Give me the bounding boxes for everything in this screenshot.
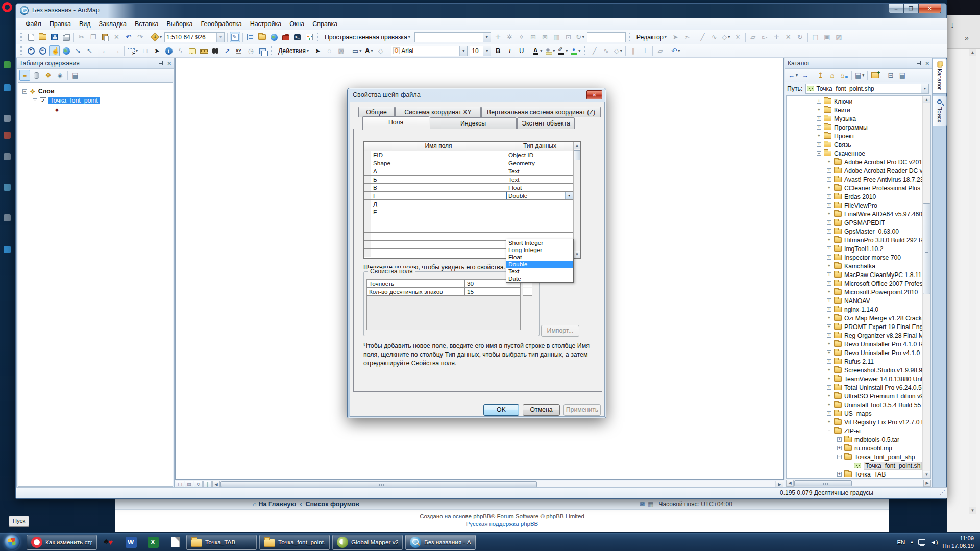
data-type-cell[interactable]: Text xyxy=(506,167,573,175)
undo-icon[interactable]: ↶ xyxy=(123,32,134,42)
new-line-icon[interactable]: ╱ xyxy=(589,45,600,56)
tree-item-label[interactable]: Ключи xyxy=(834,98,852,105)
field-name-cell[interactable]: Е xyxy=(371,208,506,216)
row-selector-cell[interactable] xyxy=(364,192,371,199)
dialog-tab-vertical-coordinate-system[interactable]: Вертикальная система координат (Z) xyxy=(481,107,601,117)
dropdown-option[interactable]: Short Integer xyxy=(506,239,573,246)
row-selector-cell[interactable] xyxy=(364,224,371,232)
taskbar-global-mapper[interactable]: Global Mapper v2... xyxy=(332,535,403,550)
taskbar-document[interactable] xyxy=(165,535,184,550)
catalog-tree-item[interactable]: +HitmanPro 3.8.0 Build 292 ReP xyxy=(787,236,922,244)
expand-icon[interactable]: + xyxy=(827,420,831,424)
trace-tool-icon[interactable]: ◇▾ xyxy=(721,32,731,42)
close-icon[interactable]: ✕ xyxy=(167,61,172,66)
apply-button[interactable]: Применить xyxy=(564,404,601,416)
catalog-vscrollbar[interactable]: ▲ ▼ xyxy=(922,96,930,478)
tree-item-label[interactable]: Скаченное xyxy=(834,150,865,157)
dropdown-caret-icon[interactable]: ▾ xyxy=(582,35,584,39)
toc-root-label[interactable]: Слои xyxy=(38,88,55,95)
tree-item-label[interactable]: GPSMAPEDIT xyxy=(844,219,885,227)
toolbar-grip[interactable] xyxy=(20,46,23,55)
tree-item-label[interactable]: ImgTool1.10.2 xyxy=(844,245,884,253)
property-label-cell[interactable]: Точность xyxy=(367,280,465,287)
list-by-source-icon[interactable] xyxy=(31,70,42,81)
edit-annotation-tool-icon[interactable]: ➣ xyxy=(682,32,693,42)
catalog-tree-item[interactable]: +nginx-1.14.0 xyxy=(787,305,922,314)
sidebar-icon[interactable] xyxy=(4,132,11,139)
expand-icon[interactable]: + xyxy=(827,368,831,372)
scroll-up-icon[interactable]: ▲ xyxy=(574,142,580,149)
tree-item-label[interactable]: Проект xyxy=(834,133,854,140)
add-control-points-icon[interactable]: ✛ xyxy=(493,32,503,42)
hscroll-thumb[interactable] xyxy=(794,480,852,486)
pan-icon[interactable] xyxy=(49,45,60,56)
vscroll-thumb[interactable] xyxy=(923,203,930,295)
straight-segment-icon[interactable]: ╱ xyxy=(697,32,708,42)
field-name-cell[interactable]: Г xyxy=(371,192,506,199)
menu-item[interactable]: Справка xyxy=(308,19,341,29)
tree-item-label[interactable]: Microsoft Office 2007 Professi xyxy=(844,280,922,287)
row-selector-cell[interactable] xyxy=(364,200,371,208)
dropdown-option[interactable]: Float xyxy=(506,254,573,261)
catalog-tree-item[interactable]: +FinalWire AIDA64 v5.97.4600 F xyxy=(787,210,922,218)
tree-view-icon[interactable]: ⊟ xyxy=(885,70,896,81)
tree-item-label[interactable]: CCleaner Professional Plus v5. xyxy=(844,185,922,192)
catalog-tree-item[interactable]: +Программы xyxy=(787,123,922,132)
layer-name[interactable]: Точка_font_point xyxy=(48,97,100,104)
time-slider-icon[interactable]: ◷ xyxy=(246,45,256,56)
pin-icon[interactable] xyxy=(917,61,922,66)
contents-view-icon[interactable]: ▤▾ xyxy=(854,70,865,81)
tree-item-label[interactable]: FinalWire AIDA64 v5.97.4600 F xyxy=(844,211,922,218)
expand-icon[interactable]: + xyxy=(837,472,842,477)
taskbar-excel[interactable] xyxy=(143,535,163,550)
hyperlink-icon[interactable]: ϟ xyxy=(175,45,186,56)
row-selector-cell[interactable] xyxy=(364,151,371,159)
edit-tool-icon[interactable]: ➤ xyxy=(670,32,681,42)
expand-icon[interactable]: + xyxy=(827,298,831,303)
minimize-button[interactable]: – xyxy=(889,4,903,13)
full-extent-icon[interactable] xyxy=(61,45,71,56)
tree-item-label[interactable]: Avast! Free Antivirus 18.7.2354 xyxy=(844,176,922,183)
data-type-cell[interactable]: Float xyxy=(506,184,573,191)
dropdown-caret-icon[interactable]: ▾ xyxy=(862,73,864,78)
catalog-tree-item[interactable]: +UltraISO Premium Edition v9.7 xyxy=(787,392,922,400)
expand-icon[interactable]: + xyxy=(827,212,831,216)
list-by-visibility-icon[interactable]: ❖ xyxy=(43,70,54,81)
catalog-tree-item[interactable]: +Музыка xyxy=(787,114,922,123)
scroll-down-icon[interactable]: ▼ xyxy=(923,471,930,478)
field-name-cell[interactable]: Б xyxy=(371,176,506,183)
vscroll-thumb[interactable] xyxy=(574,150,580,160)
opera-icon[interactable] xyxy=(2,2,12,12)
dropdown-caret-icon[interactable]: ▾ xyxy=(578,48,580,53)
menu-item[interactable]: Закладка xyxy=(95,19,131,29)
field-name-cell[interactable] xyxy=(371,241,506,248)
font-size-combo[interactable]: 10▾ xyxy=(470,46,491,56)
catalog-tree-item[interactable]: +Revo Uninstaller Pro 4.1.0 ReP. xyxy=(787,340,922,348)
taskbar-opera[interactable]: Как изменить стр... xyxy=(27,535,97,550)
sidebar-icon[interactable] xyxy=(4,153,11,160)
fill-color-icon[interactable]: ▾ xyxy=(544,45,556,56)
catalog-tree-item[interactable]: +Reg Organizer v8.28 Final MI_F xyxy=(787,331,922,340)
catalog-tree-item[interactable]: +Microsoft Office 2007 Professi xyxy=(787,279,922,288)
toolbar-grip[interactable] xyxy=(271,46,273,55)
expand-icon[interactable]: + xyxy=(827,186,831,190)
expand-icon[interactable]: + xyxy=(817,116,821,121)
tree-item-label[interactable]: Revo Uninstaller Pro 4.1.0 ReP. xyxy=(844,341,922,348)
scroll-left-icon[interactable]: ◀ xyxy=(212,481,220,488)
catalog-tree-item[interactable]: +Rufus 2.11 xyxy=(787,357,922,366)
menu-item[interactable]: Вставка xyxy=(131,19,162,29)
expand-icon[interactable]: + xyxy=(817,108,821,112)
rotate-graphics-icon[interactable]: ◌ xyxy=(324,45,335,56)
dropdown-caret-icon[interactable]: ▾ xyxy=(307,48,309,53)
expand-icon[interactable]: + xyxy=(827,246,831,251)
catalog-tree-item[interactable]: +Точка_TAB xyxy=(787,470,922,479)
catalog-tree-item[interactable]: +Total Uninstall Pro v6.24.0.520 xyxy=(787,383,922,392)
select-elements-icon[interactable]: ➤ xyxy=(152,45,162,56)
row-selector-cell[interactable] xyxy=(364,167,371,175)
expand-icon[interactable]: + xyxy=(827,203,831,208)
field-name-cell[interactable]: В xyxy=(371,184,506,191)
catalog-tree-item[interactable]: −ZIP-ы xyxy=(787,427,922,435)
tree-item-label[interactable]: Книги xyxy=(834,107,850,114)
rotation-angle-input[interactable] xyxy=(587,32,626,42)
taskbar-folder-tochka-tab[interactable]: Точка_TAB xyxy=(186,535,257,550)
